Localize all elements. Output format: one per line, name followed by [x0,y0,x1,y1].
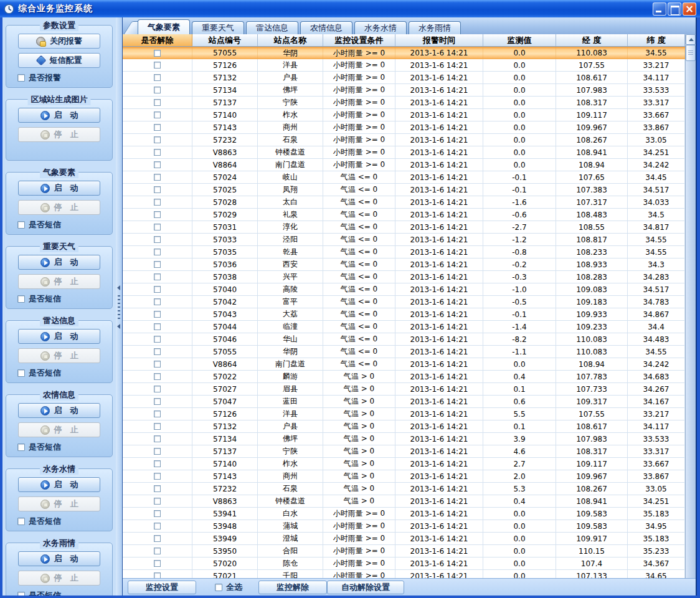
release-checkbox[interactable] [154,560,161,567]
table-row[interactable]: 57044临潼气温 <= 02013-1-6 14:21-1.4109.2333… [123,321,685,333]
checkbox-box[interactable] [215,584,222,591]
close-button[interactable] [683,2,696,16]
vertical-scrollbar[interactable] [685,34,696,578]
tab-water-level[interactable]: 水务水情 [354,21,407,34]
table-row[interactable]: 57126洋县小时雨量 >= 02013-1-6 14:210.0107.553… [123,59,685,72]
column-header[interactable]: 报警时间 [395,34,483,46]
release-checkbox[interactable] [154,411,161,417]
release-checkbox[interactable] [154,510,161,517]
splitter-grip[interactable] [118,295,120,321]
monitor-release-button[interactable]: 监控解除 [258,581,327,594]
release-checkbox[interactable] [154,261,161,268]
table-row[interactable]: 57024岐山气温 <= 02013-1-6 14:21-0.1107.6534… [123,171,685,184]
scroll-thumb[interactable] [686,45,696,61]
release-checkbox[interactable] [154,548,161,554]
release-checkbox[interactable] [154,273,161,280]
table-row[interactable]: 53948蒲城小时雨量 >= 02013-1-6 14:210.0109.583… [123,520,685,533]
release-checkbox[interactable] [154,186,161,193]
water-rain-checkbox[interactable]: 是否短信 [17,590,107,596]
table-row[interactable]: 53941白水小时雨量 >= 02013-1-6 14:210.0109.583… [123,508,685,520]
table-row[interactable]: 57031淳化气温 <= 02013-1-6 14:21-2.7108.5534… [123,221,685,234]
table-row[interactable]: 53950合阳小时雨量 >= 02013-1-6 14:210.0110.153… [123,545,685,558]
start-button[interactable]: 启 动 [18,108,100,123]
stop-button[interactable]: 停 止 [18,496,100,511]
release-checkbox[interactable] [154,112,161,118]
release-checkbox[interactable] [154,174,161,181]
table-row[interactable]: 57137宁陕气温 > 02013-1-6 14:214.6108.31733.… [123,445,685,458]
table-row[interactable]: 57027眉县气温 > 02013-1-6 14:210.1107.73334.… [123,383,685,396]
start-button[interactable]: 启 动 [18,551,100,566]
release-checkbox[interactable] [154,398,161,405]
release-checkbox[interactable] [154,311,161,318]
tab-important-weather[interactable]: 重要天气 [192,21,244,34]
release-checkbox[interactable] [154,87,161,93]
table-row[interactable]: 57029礼泉气温 <= 02013-1-6 14:21-0.6108.4833… [123,209,685,221]
auto-release-settings-button[interactable]: 自动解除设置 [327,581,404,594]
tab-water-rain[interactable]: 水务雨情 [409,21,461,34]
table-row[interactable]: 57143商州气温 > 02013-1-6 14:212.0109.96733.… [123,470,685,483]
release-checkbox[interactable] [154,373,161,380]
monitor-settings-button[interactable]: 监控设置 [128,581,196,594]
params-checkbox[interactable]: 是否报警 [17,72,107,83]
checkbox-box[interactable] [17,74,25,82]
collapse-arrow-icon[interactable] [117,324,120,329]
release-checkbox[interactable] [154,136,161,143]
table-row[interactable]: 57033泾阳气温 <= 02013-1-6 14:21-1.2108.8173… [123,234,685,246]
table-row[interactable]: 57132户县小时雨量 >= 02013-1-6 14:210.0108.617… [123,72,685,84]
stop-button[interactable]: 停 止 [18,422,100,437]
column-header[interactable]: 站点编号 [192,34,258,46]
release-checkbox[interactable] [154,298,161,305]
column-header[interactable]: 监控设置条件 [323,34,395,46]
table-row[interactable]: 57046华山气温 <= 02013-1-6 14:21-8.2110.0833… [123,333,685,346]
column-header[interactable]: 站点名称 [258,34,323,46]
start-button[interactable]: 启 动 [18,181,100,196]
table-row[interactable]: 57132户县气温 > 02013-1-6 14:210.1108.61734.… [123,420,685,433]
start-button[interactable]: 启 动 [18,477,100,492]
table-row[interactable]: V8864南门盘道小时雨量 >= 02013-1-6 14:210.0108.9… [123,159,685,171]
release-checkbox[interactable] [154,386,161,392]
release-checkbox[interactable] [154,535,161,542]
sms-config-button[interactable]: 短信配置 [18,53,100,68]
release-checkbox[interactable] [154,211,161,218]
release-checkbox[interactable] [154,473,161,480]
stop-button[interactable]: 停 止 [18,274,100,289]
release-checkbox[interactable] [154,348,161,355]
table-row[interactable]: 57042富平气温 <= 02013-1-6 14:21-0.5109.1833… [123,296,685,308]
stop-button[interactable]: 停 止 [18,571,100,586]
release-checkbox[interactable] [154,161,161,168]
table-row[interactable]: 57040高陵气温 <= 02013-1-6 14:21-1.0109.0833… [123,283,685,296]
select-all-checkbox[interactable]: 全选 [215,582,242,593]
table-row[interactable]: 57022麟游气温 > 02013-1-6 14:210.4107.78334.… [123,371,685,383]
table-row[interactable]: 57021千阳小时雨量 >= 02013-1-6 14:210.0107.133… [123,570,685,578]
tab-agriculture-info[interactable]: 农情信息 [300,21,352,34]
release-checkbox[interactable] [154,149,161,156]
table-row[interactable]: 57137宁陕小时雨量 >= 02013-1-6 14:210.0108.317… [123,97,685,109]
release-checkbox[interactable] [154,523,161,529]
table-row[interactable]: 57047蓝田气温 > 02013-1-6 14:210.6109.31734.… [123,396,685,408]
release-checkbox[interactable] [154,336,161,343]
start-button[interactable]: 启 动 [18,403,100,418]
checkbox-box[interactable] [17,369,25,377]
column-header[interactable]: 经 度 [556,34,628,46]
column-header[interactable]: 监测值 [483,34,556,46]
release-checkbox[interactable] [154,498,161,505]
checkbox-box[interactable] [17,592,25,596]
table-row[interactable]: 57025凤翔气温 <= 02013-1-6 14:21-0.1107.3833… [123,184,685,196]
release-checkbox[interactable] [154,286,161,293]
release-checkbox[interactable] [154,249,161,255]
release-checkbox[interactable] [154,50,161,57]
table-row[interactable]: V8863钟楼盘道小时雨量 >= 02013-1-6 14:210.0108.9… [123,146,685,159]
release-checkbox[interactable] [154,361,161,368]
release-checkbox[interactable] [154,448,161,455]
table-row[interactable]: 57036西安气温 <= 02013-1-6 14:21-0.2108.9333… [123,259,685,271]
scroll-up-button[interactable] [686,34,696,45]
table-row[interactable]: 57143商州小时雨量 >= 02013-1-6 14:210.0109.967… [123,121,685,134]
release-checkbox[interactable] [154,99,161,106]
checkbox-box[interactable] [17,295,25,303]
close-alarm-button[interactable]: 关闭报警 [18,34,100,49]
table-row[interactable]: 57126洋县气温 > 02013-1-6 14:215.5107.5533.2… [123,408,685,420]
table-row[interactable]: 57028太白气温 <= 02013-1-6 14:21-1.6107.3173… [123,196,685,209]
column-header[interactable]: 是否解除 [123,34,192,46]
release-checkbox[interactable] [154,236,161,243]
table-row[interactable]: 57134佛坪气温 > 02013-1-6 14:213.9107.98333.… [123,433,685,445]
